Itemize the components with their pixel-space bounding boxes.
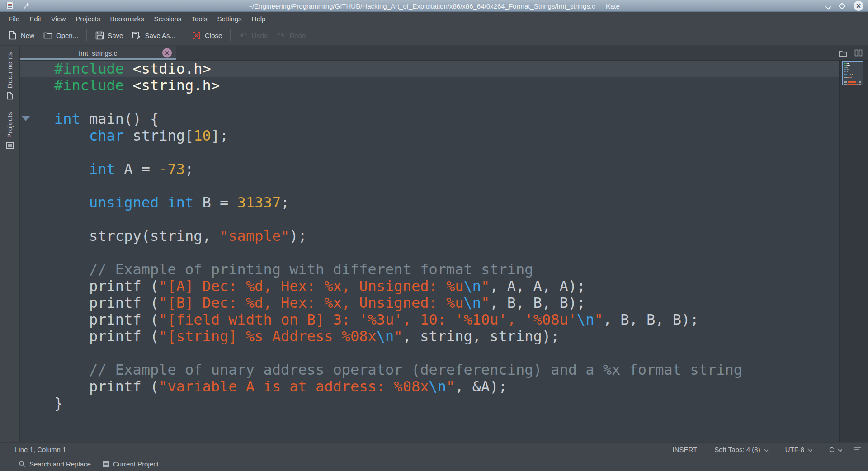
menu-projects[interactable]: Projects <box>71 13 105 24</box>
minimap-row <box>844 71 861 72</box>
save-as-button[interactable]: Save As... <box>127 28 180 42</box>
redo-button: ↷Redo <box>272 28 310 42</box>
code-line-20[interactable]: printf ("variable A is at address: %08x\… <box>20 378 839 395</box>
sidebar-tab-documents[interactable]: Documents <box>6 52 14 100</box>
word-wrap-icon[interactable] <box>854 447 861 452</box>
code-line-12[interactable] <box>20 245 839 261</box>
tab-close-icon[interactable]: ✕ <box>162 48 172 58</box>
minimap-row <box>844 81 861 82</box>
code-line-14[interactable]: printf ("[A] Dec: %d, Hex: %x, Unsigned:… <box>20 278 839 295</box>
code-token-def: ]; <box>211 127 229 144</box>
code-token-def: strcpy(string, <box>54 227 220 245</box>
bottom-toolview-bar: Search and ReplaceCurrent Project <box>0 457 868 471</box>
code-line-10[interactable] <box>20 211 839 228</box>
toolbar-button-label: Save As... <box>145 32 175 39</box>
code-token-str: "sample" <box>220 227 289 245</box>
code-token-str: " <box>481 294 490 311</box>
close-window-button[interactable]: ✕ <box>854 1 863 11</box>
close-button[interactable]: Close <box>188 28 226 42</box>
code-token-def: , B, B, B); <box>490 294 585 311</box>
code-line-3[interactable] <box>20 94 839 111</box>
code-line-7[interactable]: int A = -73; <box>20 161 839 178</box>
code-line-13[interactable]: // Example of printing with different fo… <box>20 261 839 278</box>
code-token-def: printf ( <box>54 328 159 345</box>
menu-settings[interactable]: Settings <box>212 13 246 24</box>
code-token-def: , string, string); <box>403 328 560 345</box>
code-token-str: "[string] %s Address %08x <box>159 328 377 345</box>
current-project-toggle[interactable]: Current Project <box>99 460 162 468</box>
toolbar-separator <box>230 29 231 41</box>
code-token-def <box>124 61 132 77</box>
code-token-def: main() { <box>80 110 159 127</box>
menu-help[interactable]: Help <box>247 13 271 24</box>
code-token-def: B = <box>193 194 237 211</box>
code-token-inc: <stdio.h> <box>132 61 211 77</box>
language-mode-selector[interactable]: C <box>824 446 847 453</box>
status-bar: Line 1, Column 1 INSERT Soft Tabs: 4 (8)… <box>0 442 868 457</box>
cursor-position[interactable]: Line 1, Column 1 <box>15 446 66 453</box>
minimap-row <box>844 63 861 64</box>
minimap-row <box>844 65 861 66</box>
new-button[interactable]: New <box>4 28 39 42</box>
toolbar-button-label: Open... <box>56 32 78 39</box>
menu-edit[interactable]: Edit <box>24 13 46 24</box>
code-line-18[interactable] <box>20 345 839 362</box>
code-token-def: printf ( <box>54 311 159 328</box>
project-icon <box>103 461 109 467</box>
code-token-def: printf ( <box>54 378 159 395</box>
code-token-def <box>124 77 132 94</box>
code-token-kw: unsigned <box>89 194 159 211</box>
code-line-15[interactable]: printf ("[B] Dec: %d, Hex: %x, Unsigned:… <box>20 295 839 311</box>
code-token-def <box>54 127 89 144</box>
code-line-8[interactable] <box>20 178 839 194</box>
minimap-scrollbar[interactable] <box>839 61 868 442</box>
save-button[interactable]: Save <box>90 28 127 42</box>
menu-file[interactable]: File <box>4 13 24 24</box>
code-line-5[interactable]: char string[10]; <box>20 127 839 144</box>
code-token-esc: \n <box>429 378 446 395</box>
chevron-down-icon <box>838 447 842 452</box>
code-line-19[interactable]: // Example of unary address operator (de… <box>20 362 839 378</box>
code-token-def <box>159 194 167 211</box>
menu-view[interactable]: View <box>46 13 71 24</box>
menu-sessions[interactable]: Sessions <box>149 13 187 24</box>
code-line-16[interactable]: printf ("[field width on B] 3: '%3u', 10… <box>20 311 839 328</box>
pin-icon[interactable] <box>23 2 30 9</box>
code-line-2[interactable]: #include <string.h> <box>20 77 839 94</box>
maximize-button[interactable] <box>839 2 846 9</box>
new-tab-icon[interactable] <box>839 49 847 57</box>
input-mode[interactable]: INSERT <box>667 446 703 453</box>
menu-bookmarks[interactable]: Bookmarks <box>105 13 149 24</box>
code-line-21[interactable]: } <box>20 395 839 412</box>
code-token-com: // Example of printing with different fo… <box>54 261 533 278</box>
toggle-label: Search and Replace <box>29 460 91 468</box>
minimize-button[interactable] <box>825 3 830 9</box>
code-token-num: 31337 <box>237 194 281 211</box>
tab-bar: fmt_strings.c ✕ <box>20 46 868 61</box>
tab-fmt-strings[interactable]: fmt_strings.c ✕ <box>20 46 176 60</box>
minimap-row <box>844 75 861 76</box>
tab-label: fmt_strings.c <box>79 49 117 57</box>
code-line-9[interactable]: unsigned int B = 31337; <box>20 194 839 211</box>
menu-tools[interactable]: Tools <box>186 13 212 24</box>
encoding-selector[interactable]: UTF-8 <box>780 446 818 453</box>
sidebar-tab-label: Projects <box>6 112 14 138</box>
indent-mode-selector[interactable]: Soft Tabs: 4 (8) <box>709 446 773 453</box>
titlebar: ~/Engineering/Programming/GITHUB/Hacking… <box>0 0 868 12</box>
code-line-6[interactable] <box>20 144 839 161</box>
code-line-1[interactable]: #include <stdio.h> <box>20 61 839 77</box>
sidebar-tab-label: Documents <box>6 52 14 88</box>
project-list-icon <box>6 142 14 149</box>
split-view-icon[interactable] <box>854 49 863 57</box>
code-line-11[interactable]: strcpy(string, "sample"); <box>20 228 839 245</box>
redo-icon: ↷ <box>277 31 286 40</box>
minimap-viewport[interactable] <box>842 61 863 85</box>
open-button[interactable]: Open... <box>39 28 83 42</box>
menu-bar: FileEditViewProjectsBookmarksSessionsToo… <box>0 12 868 25</box>
code-line-17[interactable]: printf ("[string] %s Address %08x\n", st… <box>20 328 839 345</box>
sidebar-tab-projects[interactable]: Projects <box>6 112 14 149</box>
code-editor[interactable]: #include <stdio.h>#include <string.h>int… <box>20 61 839 442</box>
code-line-4[interactable]: int main() { <box>20 111 839 127</box>
fold-marker-icon[interactable] <box>22 116 30 121</box>
search-and-replace-toggle[interactable]: Search and Replace <box>15 460 94 468</box>
